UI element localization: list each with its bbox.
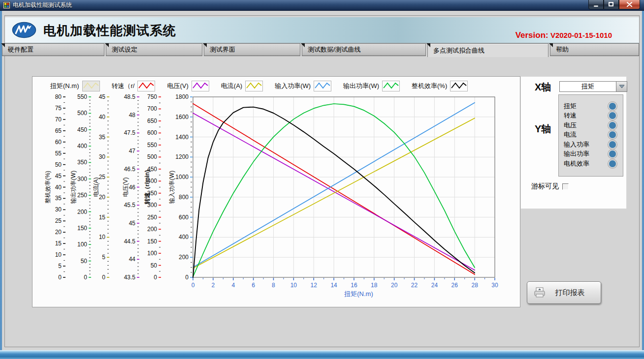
x-axis-label: X轴 xyxy=(535,81,551,94)
fit-curve-chart[interactable]: 05101520253035404550556065707580整机效率(%)0… xyxy=(32,77,521,308)
svg-text:48.5: 48.5 xyxy=(124,93,136,100)
svg-text:80: 80 xyxy=(55,93,62,100)
window-frame-left xyxy=(0,11,2,350)
maximize-button[interactable] xyxy=(604,0,619,9)
svg-text:0: 0 xyxy=(154,274,157,281)
legend-item[interactable]: 整机效率(%) xyxy=(412,81,468,91)
y-axis-item-label: 输出功率 xyxy=(564,150,609,158)
svg-text:10: 10 xyxy=(290,282,297,289)
svg-text:50: 50 xyxy=(151,262,158,269)
svg-text:45: 45 xyxy=(99,93,106,100)
svg-text:1200: 1200 xyxy=(175,153,189,160)
tab-test-settings[interactable]: 测试设定 xyxy=(106,43,202,56)
svg-text:43.5: 43.5 xyxy=(124,274,136,281)
tab-test-interface[interactable]: 测试界面 xyxy=(204,43,300,56)
y-axis-list-item[interactable]: 扭矩 xyxy=(559,101,623,111)
y-axis-list-item[interactable]: 输入功率 xyxy=(559,140,623,150)
legend-label: 整机效率(%) xyxy=(412,82,447,90)
svg-text:电流(A): 电流(A) xyxy=(93,178,99,197)
tab-test-data-curves[interactable]: 测试数据/测试曲线 xyxy=(302,43,426,56)
svg-text:500: 500 xyxy=(77,110,87,117)
cursor-visible-checkbox[interactable] xyxy=(562,183,569,190)
legend-item[interactable]: 输出功率(W) xyxy=(343,81,400,91)
svg-text:1000: 1000 xyxy=(175,174,189,180)
svg-text:55: 55 xyxy=(55,150,62,157)
series-enabled-led[interactable] xyxy=(609,112,616,119)
print-report-label: 打印报表 xyxy=(553,288,587,298)
y-axis-list-item[interactable]: 转速 xyxy=(559,111,623,121)
window-frame-bottom xyxy=(0,350,644,359)
svg-text:550: 550 xyxy=(147,142,157,149)
svg-text:35: 35 xyxy=(55,195,62,202)
svg-text:0: 0 xyxy=(84,274,87,281)
legend-item[interactable]: 输入功率(W) xyxy=(275,81,331,91)
series-enabled-led[interactable] xyxy=(609,131,616,138)
svg-text:200: 200 xyxy=(179,254,189,261)
series-enabled-led[interactable] xyxy=(609,103,616,110)
svg-text:200: 200 xyxy=(147,226,157,233)
svg-text:0: 0 xyxy=(102,274,105,281)
svg-text:8: 8 xyxy=(272,282,275,289)
svg-text:450: 450 xyxy=(77,126,87,133)
tab-hardware-config[interactable]: 硬件配置 xyxy=(2,43,104,56)
svg-text:650: 650 xyxy=(147,118,157,124)
svg-text:15: 15 xyxy=(55,240,62,247)
svg-text:40: 40 xyxy=(55,184,62,191)
series-enabled-led[interactable] xyxy=(609,122,616,129)
y-axis-list-item[interactable]: 电机效率 xyxy=(559,159,623,169)
svg-text:25: 25 xyxy=(55,217,62,224)
company-logo-icon xyxy=(12,22,36,38)
svg-text:46.5: 46.5 xyxy=(124,166,136,173)
svg-text:400: 400 xyxy=(179,234,189,240)
svg-text:46: 46 xyxy=(129,184,136,191)
y-axis-item-label: 扭矩 xyxy=(564,102,609,111)
tab-help[interactable]: 帮助 xyxy=(550,43,639,56)
svg-text:30: 30 xyxy=(491,282,498,289)
svg-text:4: 4 xyxy=(231,282,235,289)
printer-icon xyxy=(533,287,546,299)
legend-item[interactable]: 扭矩(N.m) xyxy=(50,81,100,91)
y-axis-item-label: 转速 xyxy=(564,111,609,120)
legend-item[interactable]: 电压(V) xyxy=(167,81,209,91)
svg-text:输出功率(W): 输出功率(W) xyxy=(70,171,77,204)
legend-swatch-icon xyxy=(82,81,100,91)
dropdown-arrow-button[interactable] xyxy=(616,82,627,91)
y-axis-list-item[interactable]: 电压 xyxy=(559,120,623,130)
legend-item[interactable]: 转速（r/ xyxy=(112,81,156,91)
svg-text:20: 20 xyxy=(391,282,398,289)
y-axis-list-item[interactable]: 输出功率 xyxy=(559,150,623,159)
application-window: 电机加载性能测试系统 电机加载性能测试系统 Version: V2020-01-… xyxy=(0,0,644,359)
print-report-button[interactable]: 打印报表 xyxy=(527,281,601,304)
legend-swatch-icon xyxy=(382,81,400,91)
svg-text:25: 25 xyxy=(99,174,106,180)
svg-text:5: 5 xyxy=(102,254,105,261)
svg-text:35: 35 xyxy=(99,134,106,141)
svg-text:70: 70 xyxy=(55,116,62,123)
svg-text:22: 22 xyxy=(411,282,418,289)
svg-text:350: 350 xyxy=(77,159,87,166)
svg-text:500: 500 xyxy=(147,153,157,160)
series-enabled-led[interactable] xyxy=(609,150,616,157)
close-button[interactable] xyxy=(619,0,640,9)
axis-control-panel: X轴 扭矩 Y轴 扭矩转速电压电流输入功率输出功率电机效率 游标可见 xyxy=(520,76,627,209)
svg-text:65: 65 xyxy=(55,127,62,134)
svg-text:150: 150 xyxy=(147,238,157,245)
tab-multipoint-fit-curves[interactable]: 多点测试拟合曲线 xyxy=(427,43,548,57)
page-title: 电机加载性能测试系统 xyxy=(43,22,176,39)
x-axis-dropdown[interactable]: 扭矩 xyxy=(559,81,627,92)
series-enabled-led[interactable] xyxy=(609,160,616,167)
series-enabled-led[interactable] xyxy=(609,141,616,148)
svg-text:40: 40 xyxy=(99,114,106,120)
chart-legend: 扭矩(N.m)转速（r/电压(V)电流(A)输入功率(W)输出功率(W)整机效率… xyxy=(50,80,480,92)
svg-text:扭矩(N.m): 扭矩(N.m) xyxy=(344,290,373,298)
x-axis-dropdown-value: 扭矩 xyxy=(560,82,616,91)
svg-text:20: 20 xyxy=(99,194,106,201)
legend-label: 电流(A) xyxy=(221,82,242,90)
minimize-button[interactable] xyxy=(588,0,604,9)
svg-text:整机效率(%): 整机效率(%) xyxy=(44,171,51,204)
legend-item[interactable]: 电流(A) xyxy=(221,81,263,91)
svg-text:15: 15 xyxy=(99,214,106,221)
legend-swatch-icon xyxy=(137,81,155,91)
svg-text:14: 14 xyxy=(330,282,337,289)
y-axis-list-item[interactable]: 电流 xyxy=(559,130,623,140)
